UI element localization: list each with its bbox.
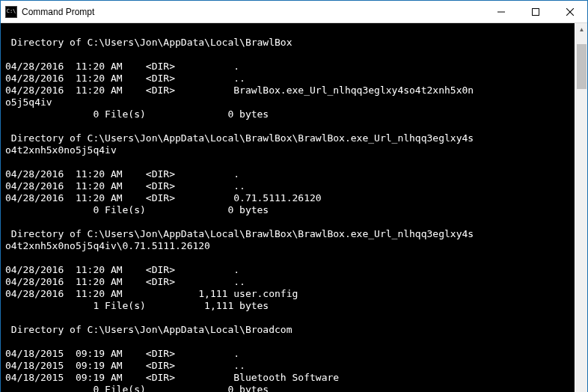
client-area: Directory of C:\Users\Jon\AppData\Local\…: [1, 23, 587, 392]
maximize-button[interactable]: [518, 1, 553, 22]
scroll-thumb[interactable]: [577, 44, 587, 89]
minimize-button[interactable]: [484, 1, 518, 22]
close-button[interactable]: [553, 1, 587, 22]
terminal-output[interactable]: Directory of C:\Users\Jon\AppData\Local\…: [1, 23, 575, 392]
window-frame: Command Prompt Directory of C:\Users\Jon…: [0, 0, 588, 392]
window-title: Command Prompt: [22, 7, 94, 17]
svg-rect-1: [533, 8, 539, 15]
scroll-up-icon[interactable]: ▲: [575, 23, 588, 36]
vertical-scrollbar[interactable]: ▲ ▼: [575, 23, 587, 392]
titlebar[interactable]: Command Prompt: [1, 1, 587, 23]
app-icon: [5, 6, 17, 18]
